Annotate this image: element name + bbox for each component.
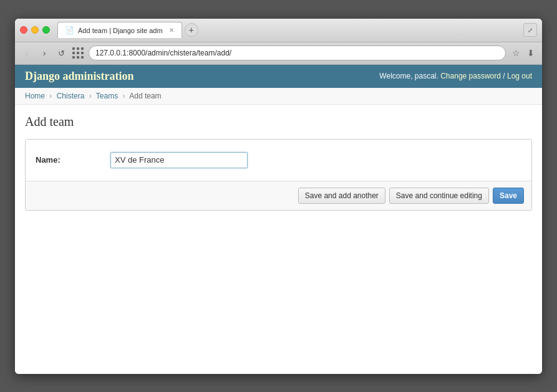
traffic-lights (20, 26, 50, 34)
tab-close-button[interactable]: ✕ (169, 27, 174, 34)
back-button[interactable]: ‹ (20, 46, 34, 60)
main-content: Add team Name: Save and add another Save… (15, 105, 542, 221)
new-tab-button[interactable]: + (185, 23, 198, 37)
form-container: Name: Save and add another Save and cont… (25, 139, 532, 211)
browser-tab-active[interactable]: 📄 Add team | Django site adm ✕ (57, 22, 182, 38)
bookmark-icons: ☆ ⬇ (510, 47, 537, 59)
address-bar: ‹ › ↺ ☆ ⬇ (15, 42, 542, 65)
save-continue-editing-button[interactable]: Save and continue editing (389, 188, 489, 204)
breadcrumb-sep-2: › (89, 92, 92, 100)
user-info: Welcome, pascal. Change password / Log o… (379, 72, 532, 80)
django-header: Django administration Welcome, pascal. C… (15, 65, 542, 88)
browser-window: 📄 Add team | Django site adm ✕ + ⤢ ‹ › ↺ (15, 19, 542, 374)
save-button[interactable]: Save (493, 188, 524, 204)
submit-row: Save and add another Save and continue e… (26, 181, 531, 210)
change-password-link[interactable]: Change password (440, 72, 501, 80)
reload-button[interactable]: ↺ (55, 47, 67, 59)
name-field-row: Name: (33, 147, 524, 173)
separator: / (503, 72, 505, 80)
forward-button[interactable]: › (37, 46, 51, 60)
minimize-window-button[interactable] (31, 26, 39, 34)
breadcrumb-sep-3: › (123, 92, 125, 100)
breadcrumb: Home › Chistera › Teams › Add team (15, 88, 542, 105)
bookmark-icon[interactable]: ☆ (510, 47, 522, 59)
title-bar: 📄 Add team | Django site adm ✕ + ⤢ (15, 19, 542, 42)
window-restore-button[interactable]: ⤢ (523, 23, 537, 37)
django-admin-title: Django administration (25, 70, 134, 83)
tab-bar: 📄 Add team | Django site adm ✕ + (57, 22, 523, 38)
save-add-another-button[interactable]: Save and add another (298, 188, 385, 204)
breadcrumb-home-link[interactable]: Home (25, 92, 45, 100)
maximize-window-button[interactable] (42, 26, 50, 34)
form-body: Name: (26, 140, 531, 181)
logout-link[interactable]: Log out (507, 72, 532, 80)
breadcrumb-app-link[interactable]: Chistera (57, 92, 85, 100)
tab-icon: 📄 (65, 26, 74, 34)
apps-grid-icon (72, 47, 84, 59)
name-input[interactable] (110, 152, 248, 168)
breadcrumb-sep-1: › (49, 92, 52, 100)
apps-button[interactable] (71, 46, 85, 60)
breadcrumb-model-link[interactable]: Teams (96, 92, 118, 100)
page-content: Django administration Welcome, pascal. C… (15, 65, 542, 374)
download-icon[interactable]: ⬇ (525, 47, 537, 59)
url-input[interactable] (89, 45, 506, 60)
close-window-button[interactable] (20, 26, 27, 34)
welcome-text: Welcome, pascal. (379, 72, 438, 80)
tab-title: Add team | Django site adm (78, 27, 163, 34)
page-title: Add team (25, 115, 532, 129)
window-controls: ⤢ (523, 23, 537, 37)
name-label: Name: (36, 155, 110, 165)
breadcrumb-current: Add team (129, 92, 161, 100)
